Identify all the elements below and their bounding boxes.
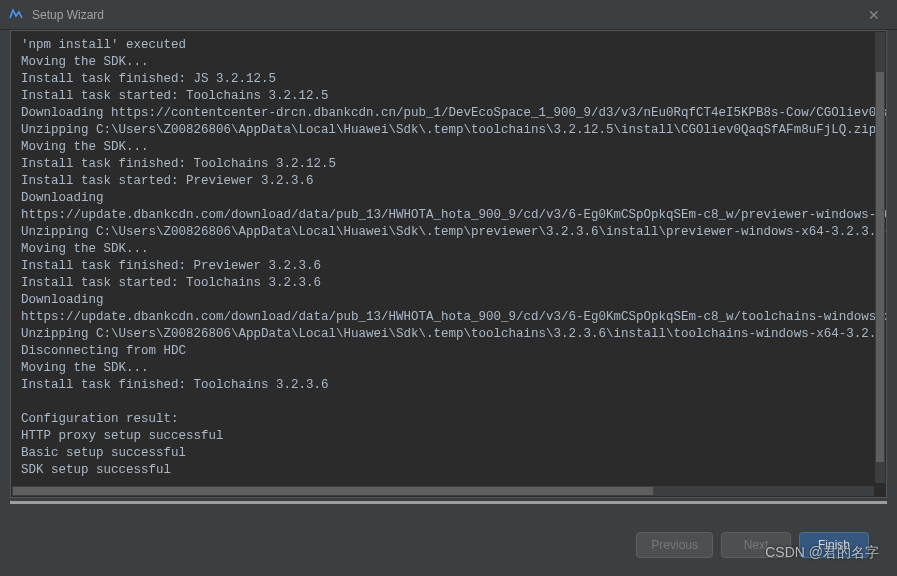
finish-button[interactable]: Finish: [799, 532, 869, 558]
window-title: Setup Wizard: [32, 8, 859, 22]
progress-bar: [10, 501, 887, 504]
progress-fill: [10, 501, 887, 504]
horizontal-scrollbar[interactable]: [12, 486, 874, 496]
app-icon: [8, 7, 24, 23]
vertical-scrollbar[interactable]: [875, 32, 885, 483]
horizontal-scrollbar-thumb[interactable]: [13, 487, 653, 495]
previous-button[interactable]: Previous: [636, 532, 713, 558]
next-button[interactable]: Next: [721, 532, 791, 558]
log-panel: 'npm install' executed Moving the SDK...…: [10, 30, 887, 498]
vertical-scrollbar-thumb[interactable]: [876, 72, 884, 462]
close-icon[interactable]: ✕: [859, 0, 889, 30]
titlebar: Setup Wizard ✕: [0, 0, 897, 30]
button-row: Previous Next Finish: [636, 532, 869, 558]
log-output: 'npm install' executed Moving the SDK...…: [11, 31, 886, 483]
